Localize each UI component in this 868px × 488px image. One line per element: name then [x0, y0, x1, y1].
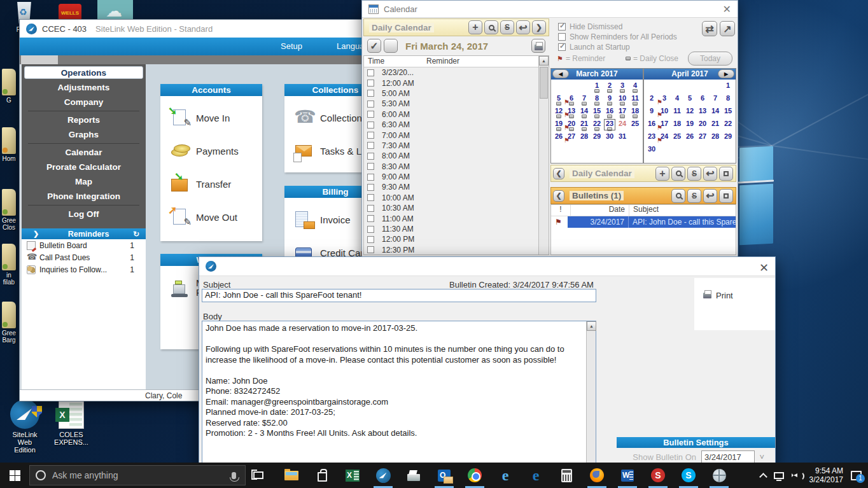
time-checkbox[interactable] — [367, 236, 374, 243]
time-slot-row[interactable]: 11:30 AM — [364, 224, 549, 234]
reminder-item-inquiries-to-follow[interactable]: Inquiries to Follow...1 — [22, 263, 146, 275]
calendar-day[interactable]: 7 — [709, 94, 722, 106]
time-slot-row[interactable]: 5:30 AM — [364, 99, 549, 109]
time-checkbox[interactable] — [367, 205, 374, 212]
checkbox-icon[interactable] — [558, 23, 566, 31]
taskbar-icon-sitelink[interactable] — [368, 463, 398, 488]
calendar-day[interactable]: 1 — [591, 81, 603, 94]
bulletin-titlebar[interactable]: ✕ — [199, 257, 775, 276]
reminder-item-call-past-dues[interactable]: Call Past Dues1 — [22, 251, 146, 263]
body-scrollbar[interactable]: ▲ — [586, 321, 596, 464]
window-mode-button[interactable] — [719, 167, 733, 181]
action-payments[interactable]: Payments — [160, 134, 262, 167]
undo-button[interactable]: ↩ — [703, 167, 717, 181]
time-checkbox[interactable] — [367, 226, 374, 233]
calendar-day[interactable]: 26 — [683, 132, 696, 144]
window-mode-button[interactable] — [719, 189, 733, 203]
reminder-item-bulletin-board[interactable]: Bulletin Board1 — [22, 239, 146, 251]
calendar-day[interactable]: 18 — [629, 106, 641, 119]
time-checkbox[interactable] — [367, 101, 374, 108]
calendar-day[interactable]: 20⚑ — [565, 119, 578, 132]
body-textarea[interactable]: John Doe has made a reservation to move-… — [202, 321, 596, 464]
calendar-day[interactable]: 3 — [616, 81, 629, 94]
taskbar-icon-windows-store[interactable] — [307, 463, 337, 488]
calendar-day[interactable]: 21 — [578, 119, 591, 132]
calendar-day[interactable]: 28 — [578, 132, 591, 144]
calendar-day[interactable]: 7 — [578, 94, 591, 106]
calendar-day[interactable] — [671, 81, 683, 94]
prev-month-button[interactable]: ◀ — [552, 69, 569, 78]
calendar-day[interactable] — [671, 144, 683, 157]
action-transfer[interactable]: ➘Transfer — [160, 167, 262, 200]
taskbar-icon-chrome[interactable] — [459, 463, 490, 488]
undo-button[interactable]: ↩ — [516, 20, 530, 34]
cortana-search-box[interactable]: Ask me anything — [29, 465, 246, 485]
time-checkbox[interactable] — [367, 69, 374, 76]
column-subject[interactable]: Subject — [629, 205, 736, 216]
calendar-day[interactable] — [645, 81, 658, 94]
calendar-day[interactable]: 12 — [683, 106, 696, 119]
calendar-day[interactable]: 9 — [645, 106, 658, 119]
calendar-day[interactable]: 9 — [603, 94, 616, 106]
time-checkbox[interactable] — [367, 184, 374, 191]
time-slot-row[interactable]: 8:30 AM — [364, 162, 549, 172]
calendar-day[interactable]: 1 — [722, 81, 734, 94]
print-button[interactable] — [531, 39, 545, 53]
time-checkbox[interactable] — [367, 194, 374, 201]
calendar-day[interactable]: 13⚑ — [565, 106, 578, 119]
calendar-day[interactable]: 8 — [722, 94, 734, 106]
calendar-day[interactable]: 27⚑ — [565, 132, 578, 144]
calendar-day[interactable]: 2 — [645, 94, 658, 106]
add-button[interactable]: + — [655, 167, 669, 181]
calendar-day[interactable]: 22 — [722, 119, 734, 132]
calendar-day[interactable]: 11 — [629, 94, 641, 106]
time-checkbox[interactable] — [367, 132, 374, 139]
close-icon[interactable]: ✕ — [723, 3, 731, 15]
refresh-button[interactable]: ⇄ — [702, 21, 717, 36]
taskbar-icon-word[interactable] — [612, 463, 643, 488]
calendar-day[interactable]: 5 — [683, 94, 696, 106]
close-icon[interactable]: ✕ — [759, 261, 769, 275]
today-button[interactable]: Today — [688, 52, 732, 66]
desktop-icon-coles-expenses[interactable]: COLES EXPENS... — [53, 400, 89, 446]
add-button[interactable]: + — [468, 20, 482, 34]
time-checkbox[interactable] — [367, 90, 374, 97]
time-slot-row[interactable]: 12:00 AM — [364, 78, 549, 88]
time-checkbox[interactable] — [367, 246, 374, 253]
option-show-reminders-for-all-periods[interactable]: Show Reminders for All Periods — [558, 32, 677, 41]
bulletin-row-selected[interactable]: ⚑ 3/24/2017 API: John Doe - call this Sp… — [551, 216, 736, 228]
checkbox-icon[interactable] — [558, 43, 566, 51]
option-hide-dismissed[interactable]: Hide Dismissed — [558, 22, 622, 31]
scroll-thumb[interactable] — [540, 67, 548, 99]
calendar-day[interactable]: 29 — [722, 132, 734, 144]
sidebar-item-operations[interactable]: Operations — [24, 66, 143, 79]
sidebar-item-log-off[interactable]: Log Off — [22, 207, 146, 221]
sidebar-item-graphs[interactable]: Graphs — [22, 127, 146, 142]
calendar-day[interactable]: 4 — [629, 81, 641, 94]
time-slot-row[interactable]: 3/23/20... — [364, 67, 549, 78]
menu-setup[interactable]: Setup — [281, 38, 302, 55]
action-move-in[interactable]: ➘✎Move In — [160, 101, 262, 134]
calendar-day[interactable] — [658, 144, 671, 157]
search-button[interactable] — [484, 20, 498, 34]
taskbar-icon-network-globe-app[interactable] — [704, 463, 734, 488]
time-slot-row[interactable]: 7:00 AM — [364, 130, 549, 140]
show-bulletin-on-select[interactable]: 3/24/2017 — [701, 450, 755, 464]
taskbar-icon-excel[interactable] — [337, 463, 368, 488]
taskbar-icon-calculator[interactable] — [551, 463, 582, 488]
calendar-day[interactable]: 17⚑ — [658, 119, 671, 132]
time-slot-row[interactable]: 11:00 AM — [364, 213, 549, 223]
time-checkbox[interactable] — [367, 174, 374, 181]
dismiss-button[interactable]: S — [687, 189, 701, 203]
calendar-day[interactable]: 18 — [671, 119, 683, 132]
sidebar-item-company[interactable]: Company — [22, 95, 146, 109]
calendar-day[interactable]: 6⚑ — [565, 94, 578, 106]
calendar-day[interactable]: 30 — [645, 144, 658, 157]
calendar-day[interactable]: 23 — [645, 132, 658, 144]
time-slot-row[interactable]: 8:00 AM — [364, 151, 549, 161]
dismiss-button[interactable]: S — [500, 20, 514, 34]
time-slot-row[interactable]: 9:30 AM — [364, 182, 549, 192]
taskbar-icon-skype[interactable]: S — [673, 463, 704, 488]
calendar-day[interactable]: 28 — [709, 132, 722, 144]
time-checkbox[interactable] — [367, 163, 374, 170]
